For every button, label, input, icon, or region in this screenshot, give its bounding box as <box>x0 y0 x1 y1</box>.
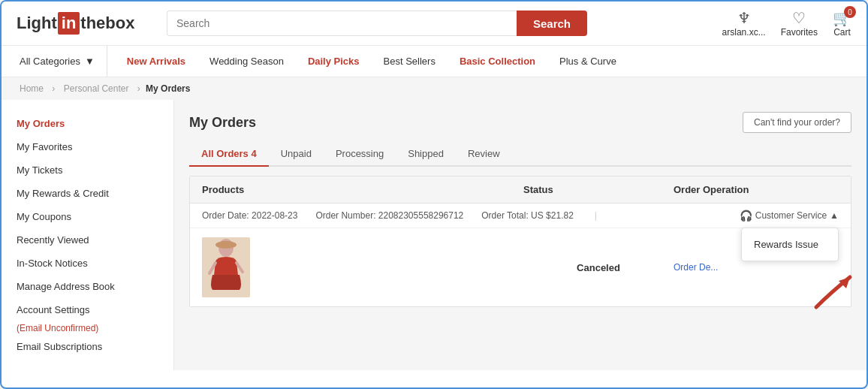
tab-review[interactable]: Review <box>456 142 512 167</box>
heart-icon: ♡ <box>792 9 806 27</box>
user-icon: ♆ <box>737 9 751 27</box>
nav-link-wedding-season[interactable]: Wedding Season <box>208 56 285 67</box>
order-info-row: Order Date: 2022-08-23 Order Number: 220… <box>190 204 851 228</box>
chevron-up-icon: ▲ <box>830 210 839 221</box>
breadcrumb-current: My Orders <box>146 83 190 94</box>
customer-service-label: Customer Service <box>755 210 827 221</box>
sidebar-item-my-tickets[interactable]: My Tickets <box>2 158 173 182</box>
sidebar-item-email-subscriptions[interactable]: Email Subscriptions <box>2 335 173 358</box>
header: Light in thebox Search ♆ arslan.xc... ♡ … <box>2 2 866 46</box>
order-operation: Order De... <box>674 262 839 273</box>
cart-button[interactable]: 🛒 0 Cart <box>833 9 851 38</box>
nav-bar: All Categories ▼ New Arrivals Wedding Se… <box>2 46 866 77</box>
logo[interactable]: Light in thebox <box>17 12 152 35</box>
col-header-status: Status <box>523 184 674 195</box>
breadcrumb-separator-1: › <box>52 83 57 94</box>
nav-links: New Arrivals Wedding Season Daily Picks … <box>107 56 636 67</box>
user-label: arslan.xc... <box>722 27 766 38</box>
main-content: My Orders My Favorites My Tickets My Rew… <box>2 100 866 370</box>
order-total-label: Order Total: US $21.82 <box>481 210 574 221</box>
breadcrumb: Home › Personal Center › My Orders <box>2 77 866 100</box>
sidebar-item-my-rewards[interactable]: My Rewards & Credit <box>2 182 173 205</box>
sidebar-item-my-favorites[interactable]: My Favorites <box>2 135 173 158</box>
orders-header: My Orders Can't find your order? <box>189 112 851 133</box>
nav-link-basic-collection[interactable]: Basic Collection <box>458 56 537 67</box>
favorites-button[interactable]: ♡ Favorites <box>781 9 818 38</box>
nav-link-best-sellers[interactable]: Best Sellers <box>382 56 437 67</box>
search-input[interactable] <box>167 11 517 36</box>
order-date-label: Order Date: 2022-08-23 <box>202 210 297 221</box>
customer-service-area: 🎧 Customer Service ▲ Rewards Issue <box>740 210 839 222</box>
order-number-label: Order Number: 22082305558296712 <box>315 210 463 221</box>
customer-service-button[interactable]: 🎧 Customer Service ▲ <box>740 210 839 222</box>
header-actions: ♆ arslan.xc... ♡ Favorites 🛒 0 Cart <box>722 9 851 38</box>
breadcrumb-separator-2: › <box>137 83 143 94</box>
arrow-indicator <box>809 270 861 317</box>
red-arrow-svg <box>809 270 861 315</box>
tab-processing[interactable]: Processing <box>324 142 396 167</box>
order-total-value: US $21.82 <box>531 210 574 221</box>
page-wrapper: Light in thebox Search ♆ arslan.xc... ♡ … <box>0 0 868 389</box>
col-header-products: Products <box>202 184 523 195</box>
order-date-value: 2022-08-23 <box>252 210 297 221</box>
sidebar-item-in-stock-notices[interactable]: In-Stock Notices <box>2 252 173 275</box>
logo-prefix: Light <box>17 14 57 33</box>
separator: | <box>595 210 597 221</box>
svg-rect-3 <box>222 241 231 247</box>
rewards-issue-option[interactable]: Rewards Issue <box>742 233 838 256</box>
sidebar-item-my-orders[interactable]: My Orders <box>2 112 173 135</box>
table-header-row: Products Status Order Operation <box>190 176 851 204</box>
order-content: My Orders Can't find your order? All Ord… <box>174 100 866 370</box>
tab-all-orders[interactable]: All Orders 4 <box>189 142 269 167</box>
logo-highlight: in <box>58 12 80 35</box>
sidebar-item-my-coupons[interactable]: My Coupons <box>2 205 173 228</box>
chevron-down-icon: ▼ <box>85 56 95 67</box>
sidebar-item-account-settings[interactable]: Account Settings <box>2 298 173 321</box>
product-image <box>202 237 250 297</box>
customer-service-dropdown: Rewards Issue <box>741 228 839 261</box>
cart-label: Cart <box>833 27 851 38</box>
cant-find-order-button[interactable]: Can't find your order? <box>743 112 851 133</box>
breadcrumb-home[interactable]: Home <box>20 83 44 94</box>
sidebar-item-email-unconfirmed: (Email Unconfirmed) <box>2 321 173 335</box>
all-categories-label: All Categories <box>20 56 80 67</box>
breadcrumb-personal-center[interactable]: Personal Center <box>64 83 129 94</box>
col-header-order-operation: Order Operation <box>674 184 839 195</box>
tab-unpaid[interactable]: Unpaid <box>269 142 324 167</box>
order-number-value: 22082305558296712 <box>378 210 463 221</box>
sidebar-item-manage-address-book[interactable]: Manage Address Book <box>2 275 173 298</box>
orders-table: Products Status Order Operation Order Da… <box>189 176 851 307</box>
order-tabs: All Orders 4 Unpaid Processing Shipped R… <box>189 142 851 167</box>
sidebar: My Orders My Favorites My Tickets My Rew… <box>2 100 174 370</box>
tab-shipped[interactable]: Shipped <box>396 142 456 167</box>
user-account[interactable]: ♆ arslan.xc... <box>722 9 766 38</box>
sidebar-item-recently-viewed[interactable]: Recently Viewed <box>2 228 173 252</box>
logo-suffix: thebox <box>80 14 134 33</box>
search-button[interactable]: Search <box>517 11 587 36</box>
headset-icon: 🎧 <box>740 210 752 222</box>
order-detail-link[interactable]: Order De... <box>674 262 718 273</box>
nav-link-plus-curve[interactable]: Plus & Curve <box>558 56 618 67</box>
orders-title: My Orders <box>189 115 256 131</box>
order-status: Canceled <box>523 262 674 273</box>
favorites-label: Favorites <box>781 27 818 38</box>
nav-link-new-arrivals[interactable]: New Arrivals <box>125 56 187 67</box>
cart-badge: 0 <box>844 6 856 18</box>
nav-link-daily-picks[interactable]: Daily Picks <box>306 56 361 67</box>
all-categories-dropdown[interactable]: All Categories ▼ <box>17 46 107 77</box>
search-bar: Search <box>167 11 587 36</box>
